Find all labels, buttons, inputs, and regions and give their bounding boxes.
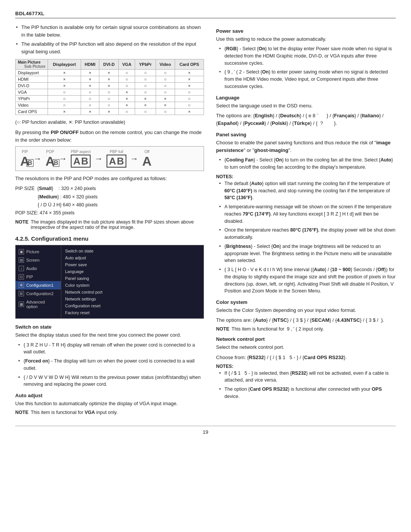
network-control-choose: Choose from: {RS232} / { / { $ 1 5 - } /… (216, 354, 396, 361)
intro-bullets: The PIP function is available only for c… (15, 24, 204, 55)
panel-saving-bullets: {Cooling Fan} - Select {On} to turn on t… (216, 157, 396, 171)
pip-sizes-intro: The resolutions in the PIP and POP modes… (15, 175, 204, 182)
intro-bullet-2: The availability of the PIP function wil… (15, 40, 204, 55)
table-row: DVI-D×××○○○× (16, 83, 204, 89)
pip-note2: NOTE The images displayed in the sub pic… (15, 219, 204, 230)
power-save-intro: Use this setting to reduce the power aut… (216, 35, 396, 43)
network-control-intro: Select the network control port. (216, 343, 396, 351)
list-item: {Cooling Fan} - Select {On} to turn on t… (219, 157, 396, 171)
color-system-heading: Color system (216, 299, 396, 305)
pip-mode-pbp-full: PBP full A B (107, 150, 126, 168)
auto-adjust-heading: Auto adjust (15, 393, 204, 398)
menu-item-panel-saving[interactable]: Panel saving (65, 275, 200, 282)
list-item: { 3 R Z H U - T R H} display will remain… (18, 342, 204, 356)
color-system-options: The options are: {Auto} / {NTSC} / { 3 $… (216, 316, 396, 324)
color-system-note: NOTE This item is functional for 9 , ' (… (216, 326, 396, 332)
sidebar-item-advanced[interactable]: ▦ Advanced option (16, 298, 61, 311)
table-row: Card OPS×××○○○× (16, 109, 204, 115)
sidebar-item-audio[interactable]: ♪ Audio (16, 264, 61, 273)
table-row: Video○○○×××○ (16, 102, 204, 109)
pip-icon: ⊡ (19, 274, 24, 280)
right-column: Power save Use this setting to reduce th… (216, 24, 396, 418)
pip-size-large: { / D Ü J H} 640 × 480 pixels (15, 201, 204, 209)
table-row: YPbPr○○○×××○ (16, 96, 204, 102)
screen-icon: ▤ (19, 257, 24, 263)
pip-mode-pbp-aspect: PBP aspect A B (71, 150, 91, 168)
menu-item-network-control[interactable]: Network control port (65, 289, 200, 296)
language-intro: Select the language used in the OSD menu… (216, 102, 396, 110)
advanced-icon: ▦ (19, 302, 24, 307)
panel-saving-heading: Panel saving (216, 132, 396, 137)
auto-adjust-note: NOTE This item is functional for VGA inp… (15, 410, 204, 415)
pip-th-hdmi: HDMI (81, 59, 99, 70)
left-column: The PIP function is available only for c… (15, 24, 204, 418)
switch-on-state-intro: Select the display status used for the n… (15, 331, 204, 339)
pip-mode-pip: PIP A B (20, 150, 30, 168)
sidebar-item-pip[interactable]: ⊡ PIP (16, 273, 61, 281)
note-text: This item is functional for VGA input on… (31, 410, 118, 415)
menu-item-color-system[interactable]: Color system (65, 282, 200, 289)
section-heading: 4.2.5. Configuration1 menu (15, 235, 204, 242)
table-row: Displayport×××○○○× (16, 70, 204, 76)
pip-size-medium: {Medium} : 480 × 320 pixels (15, 193, 204, 201)
picture-icon: ▣ (19, 249, 24, 254)
model-header: BDL4677XL (15, 11, 396, 18)
sidebar-item-config2[interactable]: ⊞ Configuration2 (16, 289, 61, 298)
pip-th-vga: VGA (118, 59, 135, 70)
arrow-2: → (59, 154, 67, 164)
arrow-1: → (33, 154, 42, 164)
list-item: If { / $ 1 5 - } is selected, then {RS23… (219, 370, 396, 384)
switch-on-state-bullets: { 3 R Z H U - T R H} display will remain… (15, 342, 204, 388)
note-text: The images displayed in the sub picture … (31, 219, 204, 230)
sidebar-item-config1[interactable]: ⚙ Configuration1 (16, 281, 61, 289)
network-control-notes: If { / $ 1 5 - } is selected, then {RS23… (216, 370, 396, 400)
pip-th-ypbpr: YPbPr (135, 59, 156, 70)
menu-sidebar: ▣ Picture ▤ Screen ♪ Audio ⊡ PIP (16, 245, 61, 318)
list-item: { / D V W V W D W H} Will return to the … (18, 374, 204, 388)
panel-saving-notes-label: NOTES: (216, 174, 396, 179)
note-text: This item is functional for 9 , ' ( 2 in… (232, 326, 324, 332)
pop-size: POP SIZE: 474 × 355 pixels (15, 209, 204, 217)
menu-item-language[interactable]: Language (65, 268, 200, 275)
pip-table: Main Picture Sub Picture Displayport HDM… (15, 59, 204, 115)
list-item: Once the temperature reaches 80°C (176°F… (219, 227, 396, 241)
panel-saving-intro: Choose to enable the panel saving functi… (216, 139, 396, 154)
page: BDL4677XL The PIP function is available … (0, 0, 411, 532)
note-label: NOTE (216, 326, 229, 332)
sidebar-item-screen[interactable]: ▤ Screen (16, 256, 61, 264)
language-options: The options are: {English} / {Deutsch} /… (216, 112, 396, 127)
pip-th-cardops: Card OPS (175, 59, 204, 70)
audio-icon: ♪ (19, 266, 24, 271)
sidebar-item-picture[interactable]: ▣ Picture (16, 248, 61, 256)
pip-mode-pop: POP A B (46, 150, 55, 168)
menu-item-factory-reset[interactable]: Factory reset (65, 309, 200, 316)
list-item: {Forced on} - The display will turn on w… (18, 358, 204, 372)
pip-size-small: PIP SIZE {Small} : 320 × 240 pixels (15, 185, 204, 193)
pip-th-dvid: DVI-D (99, 59, 119, 70)
pip-table-corner: Main Picture Sub Picture (16, 59, 48, 70)
pip-mode-off: Off A (142, 150, 152, 168)
pip-remote-text: By pressing the PIP ON/OFF button on the… (15, 129, 204, 144)
network-control-heading: Network control port (216, 336, 396, 342)
power-save-heading: Power save (216, 28, 396, 34)
config2-icon: ⊞ (19, 291, 24, 296)
menu-content: Switch on state Auto adjust Power save L… (61, 245, 204, 318)
pip-mode-diagram: PIP A B → POP A B → (15, 146, 204, 171)
panel-saving-notes: The default {Auto} option will start run… (216, 180, 396, 295)
switch-on-state-heading: Switch on state (15, 324, 204, 330)
menu-item-config-reset[interactable]: Configuration reset (65, 302, 200, 309)
list-item: A temperature-warning message will be sh… (219, 203, 396, 225)
pip-sizes: PIP SIZE {Small} : 320 × 240 pixels {Med… (15, 185, 204, 217)
menu-item-network-settings[interactable]: Network settings (65, 296, 200, 302)
intro-bullet-1: The PIP function is available only for c… (15, 24, 204, 38)
list-item: The option {Card OPS RS232} is functiona… (219, 386, 396, 400)
list-item: { 3 L [ H O - V e K d t l h W} time inte… (219, 266, 396, 295)
pip-th-displayport: Displayport (48, 59, 81, 70)
list-item: The default {Auto} option will start run… (219, 180, 396, 201)
power-save-bullets: {RGB} - Select {On} to let the display e… (216, 45, 396, 90)
main-content: The PIP function is available only for c… (15, 24, 396, 418)
network-control-notes-label: NOTES: (216, 364, 396, 369)
menu-item-auto-adjust[interactable]: Auto adjust (65, 254, 200, 261)
menu-item-power-save[interactable]: Power save (65, 261, 200, 268)
menu-item-switch-on-state[interactable]: Switch on state (65, 248, 200, 254)
